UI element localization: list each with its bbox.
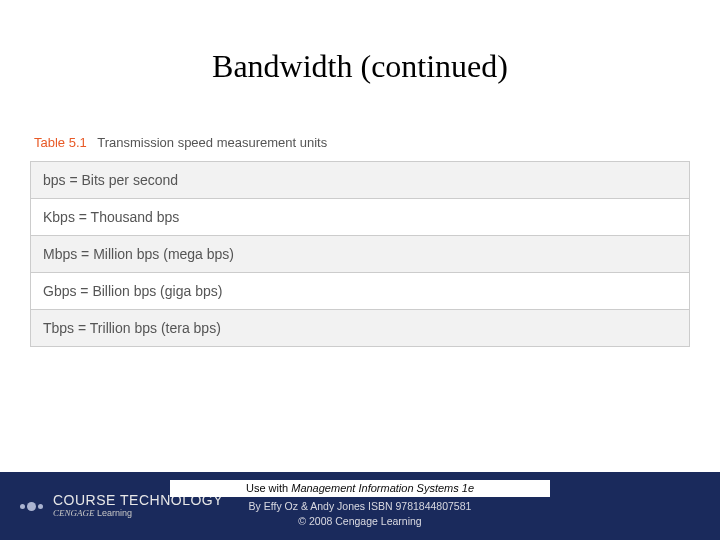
footer-copyright: © 2008 Cengage Learning	[170, 514, 550, 529]
table-container: Table 5.1 Transmission speed measurement…	[30, 125, 690, 347]
table-row: Kbps = Thousand bps	[31, 199, 690, 236]
table-cell: Tbps = Trillion bps (tera bps)	[31, 310, 690, 347]
table-label: Table 5.1	[34, 135, 87, 150]
units-table: bps = Bits per second Kbps = Thousand bp…	[30, 161, 690, 347]
logo-dots-icon	[20, 502, 43, 511]
table-cell: bps = Bits per second	[31, 162, 690, 199]
footer-use-line: Use with Management Information Systems …	[170, 480, 550, 497]
table-cell: Kbps = Thousand bps	[31, 199, 690, 236]
slide-footer: COURSE TECHNOLOGY CENGAGE Learning Use w…	[0, 472, 720, 540]
table-row: Gbps = Billion bps (giga bps)	[31, 273, 690, 310]
table-row: Mbps = Million bps (mega bps)	[31, 236, 690, 273]
table-row: Tbps = Trillion bps (tera bps)	[31, 310, 690, 347]
table-header: Table 5.1 Transmission speed measurement…	[30, 125, 690, 161]
table-cell: Mbps = Million bps (mega bps)	[31, 236, 690, 273]
footer-byline: By Effy Oz & Andy Jones ISBN 97818448075…	[170, 499, 550, 514]
footer-center: Use with Management Information Systems …	[170, 480, 550, 529]
table-row: bps = Bits per second	[31, 162, 690, 199]
table-caption: Transmission speed measurement units	[97, 135, 327, 150]
table-cell: Gbps = Billion bps (giga bps)	[31, 273, 690, 310]
slide-title: Bandwidth (continued)	[0, 0, 720, 125]
